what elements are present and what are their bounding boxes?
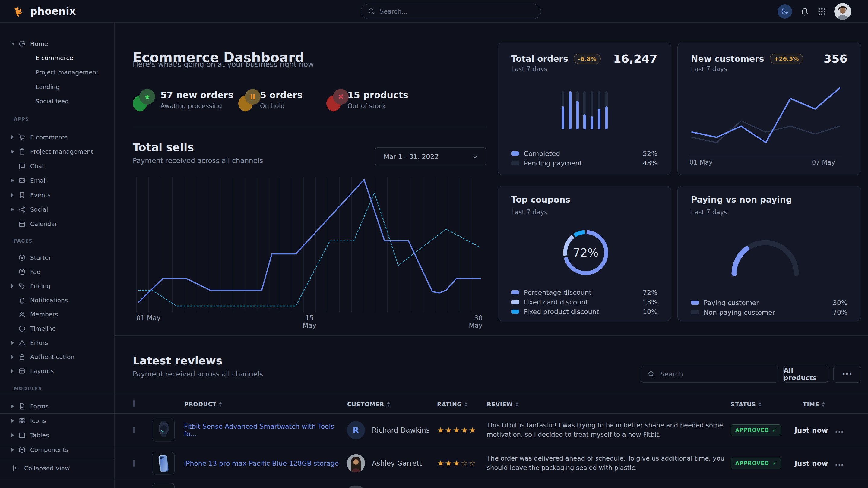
row-checkbox[interactable] <box>133 461 134 466</box>
sidebar-item-email[interactable]: Email <box>0 175 115 186</box>
sidebar-item-chat[interactable]: Chat <box>0 161 115 171</box>
caret-right-icon <box>11 341 14 345</box>
stat-out-of-stock: 15 products <box>347 90 408 100</box>
legend-fixed-product-discount: Fixed product discount 10% <box>511 307 657 316</box>
caret-right-icon <box>11 135 14 139</box>
row-checkbox[interactable] <box>133 427 134 433</box>
sidebar-item-events[interactable]: Events <box>0 190 115 200</box>
check-icon: ✓ <box>772 427 777 433</box>
sidebar-item-faq[interactable]: Faq <box>0 267 115 277</box>
order-bar <box>598 91 600 129</box>
reviews-search-input[interactable]: Search <box>641 366 778 383</box>
iphone-image <box>152 452 175 475</box>
sidebar-item-social[interactable]: Social <box>0 204 115 215</box>
sidebar-item-home[interactable]: Home <box>0 39 115 49</box>
sidebar-item-notifications[interactable]: Notifications <box>0 295 115 305</box>
sidebar-item-pricing[interactable]: Pricing <box>0 281 115 291</box>
row-actions-button[interactable]: ... <box>835 459 844 468</box>
clock-icon <box>18 325 26 332</box>
caret-right-icon <box>11 355 14 359</box>
nc-x-label-end: 07 May <box>812 159 842 166</box>
chevron-down-icon <box>473 154 478 159</box>
sidebar-section-apps: APPS <box>14 117 29 122</box>
reviews-section-divider <box>115 335 868 336</box>
total-orders-card: Total orders -6.8% 16,247 Last 7 days Co… <box>498 43 671 175</box>
stat-orders-hold-caption: On hold <box>260 102 285 110</box>
column-review[interactable]: REVIEW <box>487 401 519 408</box>
bell-icon[interactable] <box>800 7 809 16</box>
legend-completed: Completed 52% <box>511 149 657 158</box>
top-coupons-period: Last 7 days <box>511 208 548 216</box>
total-sells-subtitle: Payment received across all channels <box>133 157 263 165</box>
x-label-30-may: 30 May <box>459 314 483 329</box>
product-link[interactable]: iPhone 13 pro max-Pacific Blue-128GB sto… <box>184 460 339 467</box>
warning-triangle-icon <box>18 339 26 347</box>
sidebar-item-members[interactable]: Members <box>0 309 115 320</box>
status-badge: APPROVED✓ <box>731 424 781 436</box>
all-products-button[interactable]: All products <box>783 366 829 383</box>
legend-non-paying-customer: Non-paying customer 70% <box>691 308 847 317</box>
caret-right-icon <box>11 193 14 197</box>
review-text: This Fitbit is fantastic! I was trying t… <box>487 421 731 440</box>
product-thumbnail-iphone[interactable] <box>152 452 175 475</box>
latest-reviews-subtitle: Payment received across all channels <box>133 370 263 378</box>
column-rating[interactable]: RATING <box>437 401 467 408</box>
layout-icon <box>18 367 26 375</box>
review-row-fitbit: Fitbit Sense Advanced Smartwatch with To… <box>0 414 868 447</box>
sidebar-section-pages: PAGES <box>14 238 33 244</box>
sidebar-item-social-feed[interactable]: Social feed <box>0 96 115 106</box>
legend-swatch <box>691 300 699 305</box>
row-actions-button[interactable]: ... <box>835 426 844 435</box>
stat-orders-hold: 5 orders <box>260 90 303 100</box>
total-orders-bar-chart <box>562 91 608 129</box>
stat-out-of-stock-caption: Out of stock <box>347 102 386 110</box>
select-all-checkbox[interactable] <box>133 400 134 406</box>
product-link[interactable]: Fitbit Sense Advanced Smartwatch with To… <box>184 423 344 438</box>
legend-value: 10% <box>643 308 657 316</box>
nc-x-label-start: 01 May <box>689 159 713 166</box>
sidebar-item-timeline[interactable]: Timeline <box>0 323 115 334</box>
review-time: Just now <box>789 459 834 467</box>
new-customers-change-badge: +26.5% <box>770 54 803 64</box>
new-customers-line-chart <box>689 86 842 156</box>
date-range-select[interactable]: Mar 1 - 31, 2022 <box>375 148 486 165</box>
sidebar-item-layouts[interactable]: Layouts <box>0 366 115 376</box>
page-subtitle: Here's what's going on at your business … <box>133 60 314 69</box>
column-customer[interactable]: CUSTOMER <box>347 401 390 408</box>
reviews-more-button[interactable]: ... <box>833 366 861 383</box>
global-search-input[interactable]: Search... <box>361 4 541 19</box>
donut-center-label: 72% <box>560 227 611 278</box>
theme-toggle-button[interactable] <box>777 4 792 19</box>
sidebar-item-project-management[interactable]: Project management <box>0 147 115 157</box>
sidebar-item-authentication[interactable]: Authentication <box>0 352 115 362</box>
product-thumbnail-fitbit[interactable] <box>152 419 175 442</box>
legend-value: 70% <box>833 308 847 316</box>
order-bar <box>576 91 579 129</box>
user-avatar[interactable] <box>834 3 851 20</box>
rating-stars: ★★★☆☆ <box>437 459 477 468</box>
brand-logo[interactable]: phoenix <box>13 0 76 23</box>
legend-swatch <box>511 161 519 165</box>
new-orders-icon: ★ <box>133 89 155 111</box>
customer-avatar-partial <box>347 486 364 488</box>
column-status[interactable]: STATUS <box>731 401 762 408</box>
sidebar-item-errors[interactable]: Errors <box>0 337 115 348</box>
new-customers-value: 356 <box>824 52 847 65</box>
sidebar-item-starter[interactable]: Starter <box>0 253 115 263</box>
orders-on-hold-icon <box>238 89 260 111</box>
customer-avatar-photo[interactable] <box>347 454 365 472</box>
caret-right-icon <box>11 284 14 288</box>
customer-avatar-initial[interactable]: R <box>347 421 365 439</box>
users-icon <box>18 311 26 318</box>
column-time[interactable]: TIME <box>803 401 825 408</box>
sidebar-item-e-commerce[interactable]: E commerce <box>0 132 115 142</box>
sidebar-item-e-commerce[interactable]: E commerce <box>0 53 115 63</box>
moon-icon <box>781 7 789 15</box>
sidebar-item-landing[interactable]: Landing <box>0 82 115 92</box>
column-product[interactable]: PRODUCT <box>184 401 222 408</box>
apps-grid-icon[interactable] <box>817 7 826 16</box>
paying-vs-non-paying-card: Paying vs non paying Last 7 days Paying … <box>677 186 861 321</box>
sidebar-item-project-management[interactable]: Project management <box>0 67 115 77</box>
sidebar-item-calendar[interactable]: Calendar <box>0 219 115 229</box>
lock-icon <box>18 353 26 361</box>
